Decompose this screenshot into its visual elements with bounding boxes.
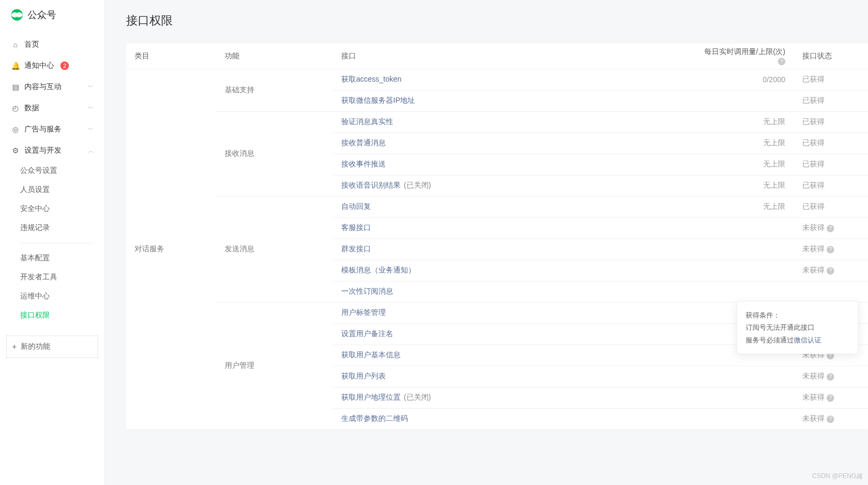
subnav-ops-center[interactable]: 运维中心 bbox=[20, 287, 104, 306]
api-link-recv-event[interactable]: 接收事件推送 bbox=[341, 160, 386, 168]
sidebar-subnav-settings: 公众号设置 人员设置 安全中心 违规记录 bbox=[0, 161, 104, 237]
ads-icon: ◎ bbox=[11, 125, 20, 134]
cell-api: 验证消息真实性 bbox=[333, 111, 693, 133]
sidebar-item-ads[interactable]: ◎ 广告与服务 ﹀ bbox=[5, 119, 99, 140]
cell-status: 已获得 bbox=[794, 133, 868, 154]
status-text: 未获得 bbox=[802, 244, 825, 253]
col-status: 接口状态 bbox=[794, 43, 868, 69]
chevron-down-icon: ﹀ bbox=[87, 83, 94, 92]
cell-api: 获取微信服务器IP地址 bbox=[333, 90, 693, 111]
brand-name: 公众号 bbox=[28, 8, 56, 21]
subnav-security-center[interactable]: 安全中心 bbox=[20, 199, 104, 218]
cell-api: 群发接口 bbox=[333, 239, 693, 260]
sidebar-item-notice[interactable]: 🔔 通知中心 2 bbox=[5, 55, 99, 76]
page-title: 接口权限 bbox=[126, 13, 868, 29]
subnav-staff-settings[interactable]: 人员设置 bbox=[20, 180, 104, 199]
cell-status: 未获得? bbox=[794, 408, 868, 429]
sidebar-item-label: 数据 bbox=[24, 103, 39, 113]
cell-quota: 无上限 bbox=[693, 154, 794, 175]
cell-status: 已获得 bbox=[794, 196, 868, 217]
help-icon[interactable]: ? bbox=[827, 246, 834, 253]
cell-quota: 无上限 bbox=[693, 133, 794, 154]
cell-status: 未获得? bbox=[794, 239, 868, 260]
subnav-basic-config[interactable]: 基本配置 bbox=[20, 249, 104, 268]
chevron-down-icon: ﹀ bbox=[87, 125, 94, 134]
cell-api: 设置用户备注名 bbox=[333, 323, 693, 345]
sidebar-subnav-dev: 基本配置 开发者工具 运维中心 接口权限 bbox=[0, 249, 104, 325]
api-link-user-info[interactable]: 获取用户基本信息 bbox=[341, 350, 401, 359]
cell-api: 客服接口 bbox=[333, 217, 693, 239]
cell-api: 获取用户列表 bbox=[333, 366, 693, 387]
api-permission-table: 类目 功能 接口 每日实时调用量/上限(次) ? 接口状态 对话服务 bbox=[126, 43, 868, 430]
status-text: 未获得 bbox=[802, 393, 825, 401]
api-permission-panel: 类目 功能 接口 每日实时调用量/上限(次) ? 接口状态 对话服务 bbox=[126, 43, 868, 430]
sidebar-new-feature[interactable]: + 新的功能 bbox=[6, 336, 98, 358]
cell-status: 已获得 bbox=[794, 90, 868, 111]
cell-quota: 0/2000 bbox=[693, 69, 794, 90]
col-quota: 每日实时调用量/上限(次) ? bbox=[693, 43, 794, 69]
cell-quota bbox=[693, 217, 794, 239]
api-link-one-sub-msg[interactable]: 一次性订阅消息 bbox=[341, 287, 393, 295]
api-link-server-ip[interactable]: 获取微信服务器IP地址 bbox=[341, 96, 415, 104]
sidebar-item-label: 内容与互动 bbox=[24, 82, 61, 92]
api-link-user-remark[interactable]: 设置用户备注名 bbox=[341, 329, 393, 338]
cell-category: 对话服务 bbox=[126, 69, 216, 429]
cell-function: 基础支持 bbox=[216, 69, 333, 111]
cell-api: 生成带参数的二维码 bbox=[333, 408, 693, 429]
sidebar-item-data[interactable]: ◴ 数据 ﹀ bbox=[5, 98, 99, 119]
status-text: 未获得 bbox=[802, 372, 825, 380]
api-link-user-tag[interactable]: 用户标签管理 bbox=[341, 308, 386, 316]
cell-api: 获取用户基本信息 bbox=[333, 345, 693, 366]
col-function: 功能 bbox=[216, 43, 333, 69]
home-icon: ⌂ bbox=[11, 40, 20, 49]
sidebar-item-home[interactable]: ⌂ 首页 bbox=[5, 34, 99, 55]
cell-api: 模板消息（业务通知） bbox=[333, 260, 693, 281]
api-link-user-list[interactable]: 获取用户列表 bbox=[341, 372, 386, 380]
sidebar-item-settings[interactable]: ⚙ 设置与开发 ﹀ bbox=[5, 140, 99, 161]
help-icon[interactable]: ? bbox=[827, 394, 834, 402]
tooltip-line: 订阅号无法开通此接口 bbox=[746, 321, 849, 333]
subnav-separator bbox=[20, 243, 94, 243]
api-link-auto-reply[interactable]: 自动回复 bbox=[341, 202, 371, 210]
subnav-api-permission[interactable]: 接口权限 bbox=[20, 306, 104, 325]
tooltip-text: 服务号必须通过 bbox=[746, 336, 794, 344]
subnav-violation-record[interactable]: 违规记录 bbox=[20, 218, 104, 237]
sidebar: 公众号 ⌂ 首页 🔔 通知中心 2 ▤ 内容与互动 ﹀ ◴ 数据 ﹀ bbox=[0, 0, 105, 485]
help-icon[interactable]: ? bbox=[827, 416, 834, 423]
cell-quota bbox=[693, 408, 794, 429]
subnav-dev-tools[interactable]: 开发者工具 bbox=[20, 268, 104, 287]
cell-status: 已获得 bbox=[794, 154, 868, 175]
help-icon[interactable]: ? bbox=[827, 373, 834, 381]
api-link-mass-send[interactable]: 群发接口 bbox=[341, 244, 371, 253]
api-link-verify-msg[interactable]: 验证消息真实性 bbox=[341, 117, 393, 126]
cell-quota bbox=[693, 260, 794, 281]
api-suffix-closed: (已关闭) bbox=[404, 393, 431, 401]
api-link-cs-api[interactable]: 客服接口 bbox=[341, 223, 371, 232]
col-quota-label: 每日实时调用量/上限(次) bbox=[704, 47, 785, 56]
api-link-access-token[interactable]: 获取access_token bbox=[341, 75, 402, 83]
help-icon[interactable]: ? bbox=[827, 267, 834, 275]
api-link-recv-voice[interactable]: 接收语音识别结果 bbox=[341, 181, 401, 189]
cell-quota bbox=[693, 281, 794, 302]
sidebar-item-content[interactable]: ▤ 内容与互动 ﹀ bbox=[5, 76, 99, 98]
watermark: CSDN @PENG越 bbox=[812, 472, 863, 481]
api-link-template-msg[interactable]: 模板消息（业务通知） bbox=[341, 266, 415, 274]
api-link-param-qr[interactable]: 生成带参数的二维码 bbox=[341, 414, 408, 422]
table-header-row: 类目 功能 接口 每日实时调用量/上限(次) ? 接口状态 bbox=[126, 43, 868, 69]
content-icon: ▤ bbox=[11, 83, 20, 91]
cell-quota: 无上限 bbox=[693, 196, 794, 217]
api-link-user-geo[interactable]: 获取用户地理位置 bbox=[341, 393, 401, 401]
brand: 公众号 bbox=[0, 0, 104, 34]
cell-quota: 无上限 bbox=[693, 175, 794, 196]
status-text: 未获得 bbox=[802, 414, 825, 422]
cell-status: 未获得? bbox=[794, 387, 868, 408]
table-row: 接收消息 验证消息真实性 无上限 已获得 bbox=[126, 111, 868, 133]
cell-function: 接收消息 bbox=[216, 111, 333, 196]
help-icon[interactable]: ? bbox=[778, 58, 785, 65]
subnav-account-settings[interactable]: 公众号设置 bbox=[20, 161, 104, 180]
col-category: 类目 bbox=[126, 43, 216, 69]
api-link-recv-normal[interactable]: 接收普通消息 bbox=[341, 138, 386, 147]
help-icon[interactable]: ? bbox=[827, 225, 834, 232]
cell-quota bbox=[693, 239, 794, 260]
tooltip-link-wechat-verify[interactable]: 微信认证 bbox=[794, 336, 821, 344]
